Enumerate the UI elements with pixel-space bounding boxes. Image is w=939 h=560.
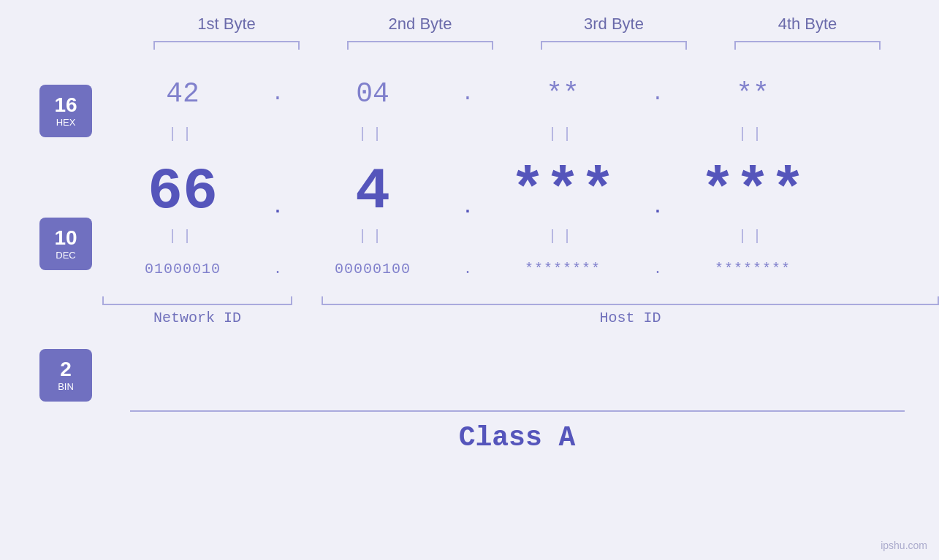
byte-headers: 1st Byte 2nd Byte 3rd Byte 4th Byte bbox=[130, 15, 905, 34]
hex-dot-1: . bbox=[263, 83, 292, 105]
bin-dot-3: . bbox=[643, 261, 672, 277]
hex-val-4: ** bbox=[736, 78, 769, 110]
main-container: 1st Byte 2nd Byte 3rd Byte 4th Byte 16 H… bbox=[0, 0, 939, 560]
hex-dot-1-val: . bbox=[272, 83, 284, 105]
top-brackets bbox=[130, 41, 905, 50]
equals-row-2: || || || || bbox=[102, 225, 939, 247]
dec-val-2: 4 bbox=[355, 158, 390, 225]
bin-val-4: ******** bbox=[715, 261, 791, 277]
hex-val-1: 42 bbox=[166, 78, 199, 110]
dec-cell-3: *** bbox=[482, 158, 643, 225]
badge-dec-label: DEC bbox=[56, 250, 75, 261]
bracket-4 bbox=[734, 41, 881, 50]
host-id-label: Host ID bbox=[322, 310, 939, 326]
badges-column: 16 HEX 10 DEC 2 BIN bbox=[0, 64, 102, 402]
rows-column: 42 . 04 . ** . ** bbox=[102, 64, 939, 326]
badge-hex-label: HEX bbox=[56, 117, 76, 128]
badge-hex-num: 16 bbox=[54, 94, 77, 117]
badge-bin-label: BIN bbox=[58, 381, 74, 392]
class-label: Class A bbox=[459, 422, 576, 453]
hex-val-3: ** bbox=[546, 78, 579, 110]
class-footer: Class A bbox=[130, 410, 905, 453]
dec-val-1: 66 bbox=[148, 158, 218, 225]
bin-dot-1: . bbox=[263, 261, 292, 277]
equals-row-1: || || || || bbox=[102, 123, 939, 145]
badge-dec: 10 DEC bbox=[39, 218, 92, 270]
hex-row: 42 . 04 . ** . ** bbox=[102, 64, 939, 123]
eq-2-4: || bbox=[672, 228, 833, 245]
eq-1-1: || bbox=[102, 126, 263, 142]
hex-dot-2: . bbox=[453, 83, 482, 105]
hex-cell-1: 42 bbox=[102, 78, 263, 110]
hex-val-2: 04 bbox=[356, 78, 389, 110]
bin-dot-2: . bbox=[453, 261, 482, 277]
watermark: ipshu.com bbox=[881, 540, 927, 551]
eq-1-4: || bbox=[672, 126, 833, 142]
bin-dot-1-val: . bbox=[273, 261, 282, 277]
badge-bin: 2 BIN bbox=[39, 349, 92, 402]
bracket-1 bbox=[153, 41, 300, 50]
badge-bin-num: 2 bbox=[60, 358, 72, 381]
eq-2-1: || bbox=[102, 228, 263, 245]
dec-dot-2-val: . bbox=[463, 198, 473, 218]
byte-header-1: 1st Byte bbox=[146, 15, 307, 34]
dec-dot-1-val: . bbox=[273, 198, 283, 218]
bin-cell-4: ******** bbox=[672, 261, 833, 277]
dec-dot-3-val: . bbox=[653, 198, 663, 218]
hex-dot-2-val: . bbox=[462, 83, 474, 105]
hex-dot-3: . bbox=[643, 83, 672, 105]
dec-val-3: *** bbox=[510, 158, 615, 225]
dec-dot-1: . bbox=[263, 183, 292, 218]
hex-dot-3-val: . bbox=[652, 83, 664, 105]
badge-dec-num: 10 bbox=[54, 227, 77, 250]
dec-dot-3: . bbox=[643, 183, 672, 218]
dec-cell-1: 66 bbox=[102, 158, 263, 225]
bin-dot-3-val: . bbox=[653, 261, 662, 277]
hex-cell-3: ** bbox=[482, 78, 643, 110]
byte-header-4: 4th Byte bbox=[727, 15, 888, 34]
dec-dot-2: . bbox=[453, 183, 482, 218]
bottom-labels: Network ID Host ID bbox=[102, 310, 939, 326]
eq-2-2: || bbox=[292, 228, 453, 245]
byte-header-2: 2nd Byte bbox=[340, 15, 501, 34]
bin-dot-2-val: . bbox=[463, 261, 472, 277]
byte-header-3: 3rd Byte bbox=[533, 15, 694, 34]
bin-cell-3: ******** bbox=[482, 261, 643, 277]
network-id-label: Network ID bbox=[102, 310, 292, 326]
eq-2-3: || bbox=[482, 228, 643, 245]
bin-cell-1: 01000010 bbox=[102, 261, 263, 277]
dec-cell-2: 4 bbox=[292, 158, 453, 225]
bracket-host bbox=[322, 296, 939, 305]
bracket-network bbox=[102, 296, 292, 305]
badge-hex: 16 HEX bbox=[39, 85, 92, 137]
eq-1-2: || bbox=[292, 126, 453, 142]
eq-1-3: || bbox=[482, 126, 643, 142]
hex-cell-4: ** bbox=[672, 78, 833, 110]
bin-val-2: 00000100 bbox=[335, 261, 411, 277]
bracket-2 bbox=[347, 41, 493, 50]
hex-cell-2: 04 bbox=[292, 78, 453, 110]
bin-val-1: 01000010 bbox=[145, 261, 221, 277]
content-area: 16 HEX 10 DEC 2 BIN 42 . bbox=[0, 64, 939, 402]
bin-row: 01000010 . 00000100 . ******** . bbox=[102, 247, 939, 291]
dec-row: 66 . 4 . *** . *** bbox=[102, 145, 939, 225]
bottom-brackets bbox=[102, 296, 939, 305]
dec-cell-4: *** bbox=[672, 158, 833, 225]
bin-cell-2: 00000100 bbox=[292, 261, 453, 277]
dec-val-4: *** bbox=[700, 158, 805, 225]
bin-val-3: ******** bbox=[525, 261, 601, 277]
bracket-3 bbox=[541, 41, 687, 50]
